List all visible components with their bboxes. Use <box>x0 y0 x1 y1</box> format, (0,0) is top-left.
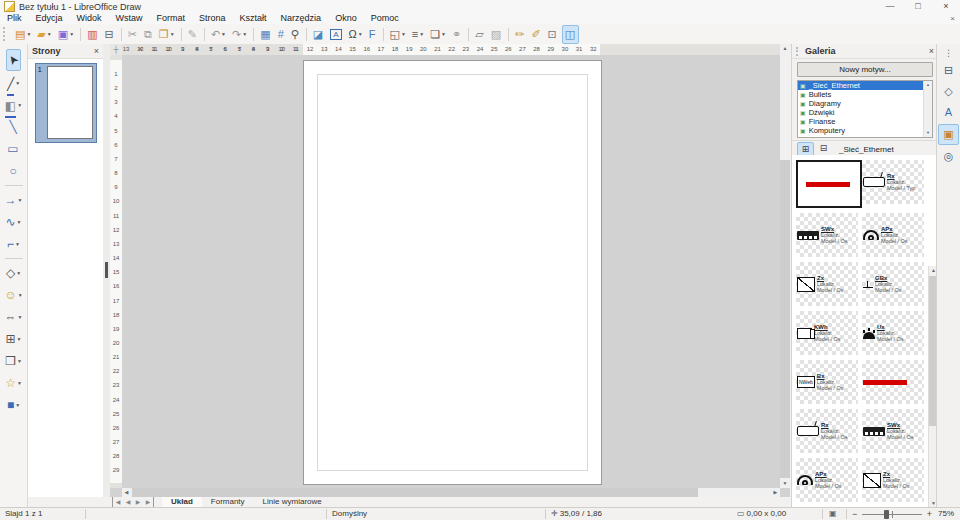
gallery-item[interactable]: ZxLokaliz.Model / Os <box>862 458 924 502</box>
gallery-item[interactable]: APxLokaliz.Model / Os <box>862 213 924 257</box>
scroll-up-icon[interactable]: ▲ <box>780 44 790 53</box>
sidebar-tab-properties[interactable]: ⊟ <box>939 61 958 80</box>
menu-item[interactable]: Okno <box>328 13 364 24</box>
block-arrows-tool[interactable]: ⇔▼ <box>4 307 24 327</box>
gallery-theme-row[interactable]: ▣Bullets <box>798 90 932 99</box>
open-folder-button[interactable]: ▰▼ <box>35 26 53 43</box>
scroll-left-icon[interactable]: ◀ <box>122 488 131 497</box>
panel-splitter[interactable] <box>103 44 110 497</box>
glue-points-button[interactable]: ✐ <box>529 26 543 43</box>
line-color-tool[interactable]: ╱▼ <box>6 73 21 93</box>
export-pdf-button[interactable]: ▥ <box>85 26 100 43</box>
sidebar-settings-menu[interactable]: ⋮ <box>939 47 958 59</box>
transformations-button[interactable]: ◱▼ <box>388 26 408 43</box>
gallery-theme-row[interactable]: ▣Diagramy <box>798 99 932 108</box>
shadow-button[interactable]: ▱ <box>473 26 486 43</box>
insert-text-box-button[interactable]: A <box>328 26 344 43</box>
print-button[interactable]: ⊟ <box>103 26 117 43</box>
scroll-down-icon[interactable]: ▼ <box>780 479 790 488</box>
menu-item[interactable]: Pomoc <box>364 13 406 24</box>
zoom-out-button[interactable]: − <box>852 508 857 520</box>
paste-button[interactable]: ❐▼ <box>157 26 177 43</box>
sidebar-tab-navigator[interactable]: ◎ <box>939 147 958 166</box>
menu-item[interactable]: Edycja <box>29 13 70 24</box>
menu-item[interactable]: Kształt <box>233 13 274 24</box>
3d-objects-tool[interactable]: ■▼ <box>6 395 21 415</box>
detailed-view-button[interactable]: ⊟ <box>816 142 831 155</box>
theme-list-scrollbar[interactable]: ▲ ▼ <box>923 81 932 137</box>
fit-slide-button[interactable]: ▣ <box>829 508 837 520</box>
menu-item[interactable]: Format <box>150 13 193 24</box>
undo-button[interactable]: ↶▼ <box>209 26 228 43</box>
vertical-scrollbar[interactable]: ▲ ▼ <box>780 44 790 488</box>
gallery-item[interactable]: NWebBxLokaliz.Model / Os <box>796 360 858 404</box>
redo-button[interactable]: ↷▼ <box>230 26 249 43</box>
show-draw-functions-button[interactable]: ✏ <box>513 26 527 43</box>
fontwork-button[interactable]: F <box>367 26 379 43</box>
scroll-right-icon[interactable]: ▶ <box>771 488 780 497</box>
fill-color-tool[interactable]: ◧▼ <box>4 95 23 115</box>
gallery-close-icon[interactable]: × <box>929 46 934 56</box>
display-grid-button[interactable]: ▦ <box>258 26 273 43</box>
menu-item[interactable]: Widok <box>70 13 109 24</box>
gallery-item[interactable]: RxLokaliz.Model / Os <box>796 409 858 453</box>
page-thumbnail[interactable]: 1 <box>35 63 97 143</box>
save-button[interactable]: ▣▼ <box>56 26 76 43</box>
connectors-tool[interactable]: ⌐▼ <box>6 234 21 254</box>
scroll-up-icon[interactable]: ▲ <box>924 81 932 89</box>
sidebar-tab-shapes[interactable]: ◇ <box>939 82 958 101</box>
close-button[interactable]: × <box>932 0 960 13</box>
helplines-while-moving-button[interactable]: ⊡ <box>546 26 560 43</box>
gallery-item[interactable]: APxLokaliz.Model / Os <box>796 458 858 502</box>
gallery-theme-row[interactable]: ▣_Sieć_Ethernet <box>798 81 932 90</box>
new-document-button[interactable]: ▤▼ <box>13 26 33 43</box>
crop-image-button[interactable]: ▨ <box>489 26 504 43</box>
gallery-item[interactable]: KWhLokaliz.Model / Os <box>796 311 858 355</box>
zoom-button[interactable]: ⚲ <box>289 26 302 43</box>
ellipse-tool[interactable]: ○ <box>8 161 18 181</box>
zoom-level-status[interactable]: 75% <box>938 508 954 520</box>
insert-image-button[interactable]: ◪ <box>311 26 326 43</box>
lines-and-arrows-tool[interactable]: →▼ <box>4 190 24 210</box>
symbol-shapes-tool[interactable]: ☺▼ <box>3 285 23 305</box>
toolbar-grip[interactable] <box>3 27 9 41</box>
sidebar-tab-styles[interactable]: A <box>939 103 958 122</box>
gallery-item[interactable] <box>862 360 924 404</box>
menu-item[interactable]: Strona <box>192 13 233 24</box>
basic-shapes-tool[interactable]: ◇▼ <box>5 263 22 283</box>
zoom-slider-track[interactable] <box>862 514 922 515</box>
find-replace-button[interactable]: ⚭ <box>450 26 464 43</box>
pages-panel-close-icon[interactable]: × <box>94 46 99 56</box>
cut-button[interactable]: ✂ <box>126 26 140 43</box>
select-tool[interactable]: ➤ <box>6 49 21 71</box>
drawing-page[interactable] <box>303 60 602 485</box>
gallery-item[interactable]: ZxLokaliz.Model / Os <box>796 262 858 306</box>
clone-formatting-button[interactable]: ✎ <box>186 26 200 43</box>
gallery-grip[interactable] <box>796 47 801 56</box>
copy-button[interactable]: ⧉ <box>142 26 155 43</box>
gallery-item[interactable]: RxLokaliz.Model / Typ <box>862 160 924 204</box>
arrange-button[interactable]: ❏▼ <box>428 26 448 43</box>
gallery-theme-row[interactable]: ▣Dźwięki <box>798 108 932 117</box>
gallery-item[interactable]: SWxLokaliz.Model / Os <box>796 213 858 257</box>
document-close-icon[interactable]: × <box>950 14 955 23</box>
gallery-theme-row[interactable]: ▣Komputery <box>798 126 932 135</box>
vertical-scrollbar-thumb[interactable] <box>780 160 790 478</box>
gallery-item[interactable] <box>796 160 862 208</box>
menu-item[interactable]: Plik <box>0 13 29 24</box>
gallery-theme-row[interactable]: ▣Finanse <box>798 117 932 126</box>
flowchart-tool[interactable]: ⊞▼ <box>4 329 22 349</box>
scroll-down-icon[interactable]: ▼ <box>924 129 932 137</box>
gallery-item[interactable]: UxLokaliz.Model / Os <box>862 311 924 355</box>
curves-polygons-tool[interactable]: ∿▼ <box>4 212 22 232</box>
sidebar-tab-gallery[interactable]: ▣ <box>938 124 959 145</box>
zoom-slider-thumb[interactable] <box>884 510 889 519</box>
snap-guides-button[interactable]: # <box>276 26 287 43</box>
minimize-button[interactable]: — <box>876 0 904 13</box>
gallery-toggle-button[interactable]: ◫ <box>562 25 579 44</box>
insert-line-tool[interactable]: ╲ <box>8 117 18 137</box>
zoom-in-button[interactable]: + <box>927 508 932 520</box>
menu-item[interactable]: Wstaw <box>109 13 150 24</box>
new-theme-button[interactable]: Nowy motyw... <box>797 62 933 77</box>
special-character-button[interactable]: Ω▼ <box>347 26 365 43</box>
